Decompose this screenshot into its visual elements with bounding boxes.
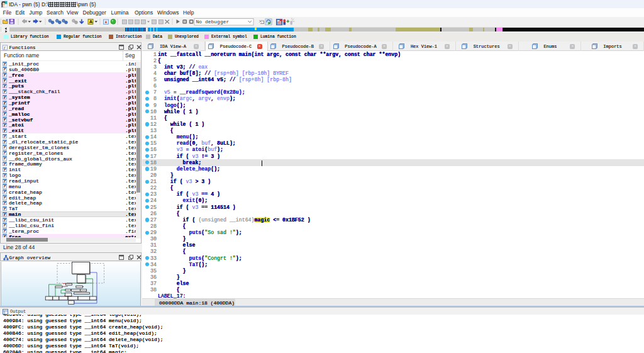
svg-text:No debugger: No debugger — [196, 19, 230, 25]
svg-text:A: A — [89, 19, 93, 25]
